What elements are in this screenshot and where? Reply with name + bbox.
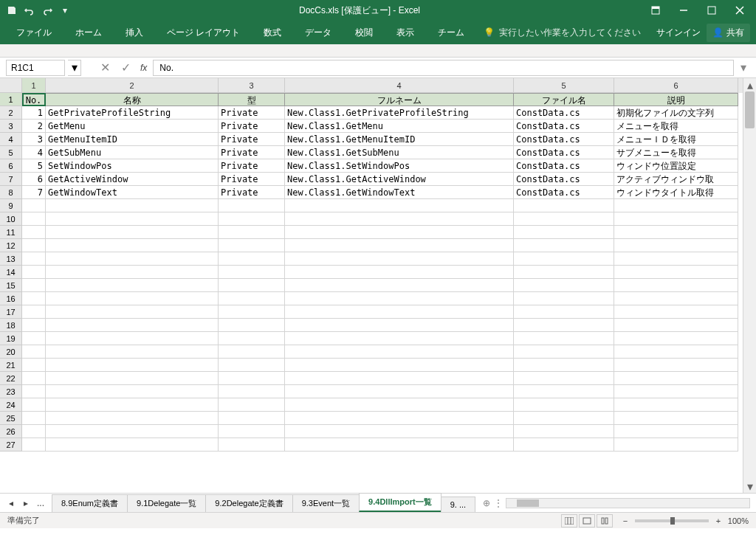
cell[interactable] <box>514 412 614 425</box>
cell[interactable] <box>514 332 614 345</box>
sheet-nav-prev-icon[interactable]: ◂ <box>4 497 18 510</box>
cell[interactable] <box>614 212 738 226</box>
cell[interactable]: 6 <box>22 173 46 186</box>
row-header[interactable]: 6 <box>0 159 22 173</box>
cell[interactable] <box>614 332 738 345</box>
cell[interactable] <box>285 372 514 385</box>
cell[interactable] <box>46 385 219 398</box>
header-cell[interactable]: 型 <box>219 93 285 106</box>
cell[interactable] <box>22 359 46 372</box>
row-header[interactable]: 13 <box>0 252 22 266</box>
cell[interactable] <box>22 438 46 452</box>
cell[interactable]: Private <box>219 146 285 159</box>
row-header[interactable]: 1 <box>0 93 22 106</box>
cell[interactable]: ConstData.cs <box>514 159 614 173</box>
cell[interactable] <box>46 372 219 385</box>
cell[interactable] <box>614 252 738 266</box>
cell[interactable] <box>614 425 738 438</box>
cell[interactable] <box>514 212 614 226</box>
cell[interactable] <box>219 279 285 292</box>
cell[interactable] <box>614 292 738 305</box>
cell[interactable]: メニューＩＤを取得 <box>614 133 738 146</box>
row-header[interactable]: 9 <box>0 199 22 212</box>
cell[interactable] <box>219 385 285 398</box>
cell[interactable] <box>514 359 614 372</box>
tab-view[interactable]: 表示 <box>386 22 425 44</box>
redo-icon[interactable] <box>41 4 53 16</box>
cell[interactable]: Private <box>219 159 285 173</box>
cell[interactable] <box>22 305 46 319</box>
cell[interactable] <box>219 292 285 305</box>
cell[interactable] <box>219 266 285 279</box>
cell[interactable] <box>285 305 514 319</box>
sheet-tab[interactable]: 9. ... <box>441 497 475 512</box>
cell[interactable] <box>514 266 614 279</box>
cell[interactable] <box>46 212 219 226</box>
cell[interactable] <box>285 385 514 398</box>
sheet-tab[interactable]: 9.4DllImport一覧 <box>359 493 441 512</box>
cell[interactable]: 7 <box>22 186 46 199</box>
cell[interactable] <box>285 199 514 212</box>
cell[interactable]: New.Class1.GetPrivateProfileString <box>285 106 514 120</box>
cell[interactable] <box>219 319 285 332</box>
cell[interactable] <box>219 305 285 319</box>
cell[interactable] <box>22 252 46 266</box>
cell[interactable] <box>285 398 514 412</box>
cell[interactable] <box>46 239 219 252</box>
cell[interactable]: Private <box>219 106 285 120</box>
col-header[interactable]: 2 <box>46 78 219 93</box>
cell[interactable] <box>219 332 285 345</box>
cell[interactable]: ウィンドウ位置設定 <box>614 159 738 173</box>
maximize-button[interactable] <box>698 1 725 19</box>
cell[interactable] <box>22 372 46 385</box>
cell[interactable] <box>514 372 614 385</box>
row-header[interactable]: 21 <box>0 359 22 372</box>
cell[interactable]: GetMenu <box>46 120 219 133</box>
cell[interactable] <box>514 279 614 292</box>
cell[interactable]: GetSubMenu <box>46 146 219 159</box>
cancel-icon[interactable]: ✕ <box>96 60 114 76</box>
row-header[interactable]: 27 <box>0 438 22 452</box>
cell[interactable] <box>22 212 46 226</box>
cell[interactable] <box>514 292 614 305</box>
cell[interactable] <box>614 345 738 359</box>
cell[interactable]: 2 <box>22 120 46 133</box>
cell[interactable] <box>285 345 514 359</box>
row-header[interactable]: 24 <box>0 398 22 412</box>
tab-insert[interactable]: 挿入 <box>115 22 154 44</box>
close-button[interactable] <box>726 1 753 19</box>
hscroll-thumb[interactable] <box>517 499 539 507</box>
name-box[interactable] <box>6 60 65 76</box>
cell[interactable] <box>46 332 219 345</box>
cell[interactable] <box>219 372 285 385</box>
qat-dropdown-icon[interactable]: ▾ <box>59 4 71 16</box>
cell[interactable]: ConstData.cs <box>514 186 614 199</box>
cell[interactable] <box>22 332 46 345</box>
cell[interactable] <box>22 199 46 212</box>
cell[interactable] <box>614 438 738 452</box>
cell[interactable] <box>285 359 514 372</box>
cell[interactable] <box>22 279 46 292</box>
cell[interactable] <box>514 385 614 398</box>
cell[interactable] <box>219 412 285 425</box>
formula-input[interactable] <box>153 60 734 76</box>
cell[interactable] <box>22 345 46 359</box>
cell[interactable] <box>285 252 514 266</box>
signin-link[interactable]: サインイン <box>656 27 701 39</box>
cell[interactable] <box>614 226 738 239</box>
cell[interactable] <box>514 252 614 266</box>
header-cell[interactable]: ファイル名 <box>514 93 614 106</box>
header-cell[interactable]: 名称 <box>46 93 219 106</box>
sheet-nav-ellipsis[interactable]: ... <box>34 497 47 510</box>
sheet-tab[interactable]: 9.3Event一覧 <box>292 494 360 512</box>
cell[interactable] <box>46 425 219 438</box>
cell[interactable] <box>285 438 514 452</box>
cell[interactable] <box>285 319 514 332</box>
cell[interactable]: ConstData.cs <box>514 106 614 120</box>
cell[interactable] <box>22 292 46 305</box>
cell[interactable]: Private <box>219 133 285 146</box>
cell[interactable] <box>219 226 285 239</box>
cell[interactable] <box>514 226 614 239</box>
col-header[interactable]: 4 <box>285 78 514 93</box>
cell[interactable]: Private <box>219 173 285 186</box>
